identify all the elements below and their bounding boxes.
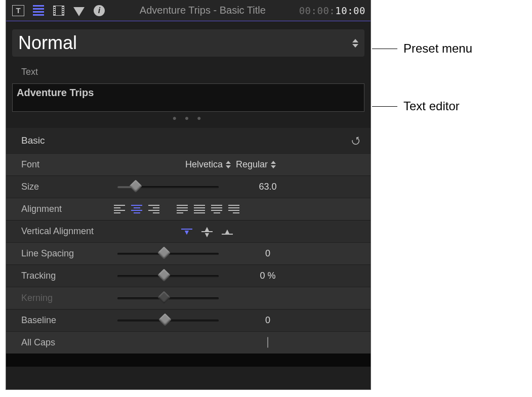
justify-full-button[interactable] [194,205,205,213]
panel-footer [6,354,371,367]
row-all-caps: All Caps [6,331,371,354]
line-spacing-label: Line Spacing [21,248,117,259]
justify-right-button[interactable] [228,205,239,213]
text-inspector-panel: T i Adventure Trips - Basic Title 00:00:… [6,0,371,389]
paragraph-icon [33,5,44,16]
alignment-group-1 [114,205,159,213]
alignment-label: Alignment [21,204,114,214]
baseline-value[interactable]: 0 [235,315,301,326]
valign-top-button[interactable]: ▼ [181,229,192,235]
timecode-dim: 00:00: [299,5,336,16]
all-caps-label: All Caps [21,337,117,348]
filmstrip-icon [53,6,64,16]
clip-title: Adventure Trips - Basic Title [106,5,299,16]
section-basic-header: Basic [6,128,371,153]
kerning-label: Kerning [21,293,117,303]
row-line-spacing: Line Spacing 0 [6,242,371,264]
tab-paragraph[interactable] [31,4,46,18]
tab-info[interactable]: i [92,4,106,18]
preset-label: Normal [18,32,77,54]
font-style-value: Regular [236,159,268,170]
tab-text[interactable]: T [11,4,25,18]
valign-bottom-button[interactable]: ▲ [222,229,233,235]
size-label: Size [21,182,117,192]
tracking-slider[interactable] [117,270,219,283]
align-center-button[interactable] [131,205,142,213]
align-left-button[interactable] [114,205,125,213]
info-icon: i [94,5,105,16]
inspector-tabs: T i [11,4,106,18]
resize-dots-icon[interactable]: ● ● ● [6,112,371,128]
tab-video[interactable] [52,4,66,18]
all-caps-checkbox[interactable] [267,337,268,348]
valign-label: Vertical Alignment [21,226,117,237]
line-spacing-value[interactable]: 0 [235,248,301,259]
undo-arrow-icon [350,136,360,146]
tracking-value[interactable]: 0 % [235,271,301,281]
timecode-bright: 10:00 [335,5,365,16]
callout-editor: Text editor [372,99,460,113]
callout-preset: Preset menu [372,41,472,56]
align-right-button[interactable] [148,205,159,213]
preset-menu[interactable]: Normal [12,29,364,57]
section-text-label: Text [6,64,371,83]
section-basic-label: Basic [21,135,45,146]
chevron-updown-icon [226,161,231,168]
justify-center-button[interactable] [211,205,222,213]
text-editor[interactable]: Adventure Trips [12,83,364,112]
row-kerning: Kerning [6,287,371,309]
tab-color[interactable] [72,4,86,18]
reset-button[interactable] [350,136,360,146]
baseline-slider[interactable] [117,314,219,327]
row-size: Size 63.0 [6,175,371,198]
font-style-menu[interactable]: Regular [235,158,277,171]
text-icon: T [12,5,24,16]
chevron-updown-icon [352,39,358,48]
row-vertical-alignment: Vertical Alignment ▼ ▲▼ ▲ [6,220,371,242]
size-value[interactable]: 63.0 [235,182,301,192]
size-slider[interactable] [117,181,219,194]
text-editor-value: Adventure Trips [17,87,94,98]
row-alignment: Alignment [6,198,371,220]
callout-preset-label: Preset menu [403,41,472,56]
row-baseline: Baseline 0 [6,309,371,331]
kerning-slider [117,292,219,305]
line-spacing-slider[interactable] [117,247,219,260]
clip-timecode: 00:00:10:00 [299,5,365,16]
font-family-value: Helvetica [185,159,223,170]
callout-editor-label: Text editor [403,99,460,113]
baseline-label: Baseline [21,315,117,326]
valign-middle-button[interactable]: ▲▼ [201,226,213,237]
triangle-icon [73,7,85,16]
font-family-menu[interactable]: Helvetica [184,158,232,171]
row-font: Font Helvetica Regular [6,153,371,175]
alignment-group-2 [177,205,239,213]
justify-left-button[interactable] [177,205,188,213]
row-tracking: Tracking 0 % [6,264,371,287]
font-label: Font [21,159,117,170]
inspector-toolbar: T i Adventure Trips - Basic Title 00:00:… [6,0,371,21]
tracking-label: Tracking [21,271,117,281]
chevron-updown-icon [271,161,276,168]
